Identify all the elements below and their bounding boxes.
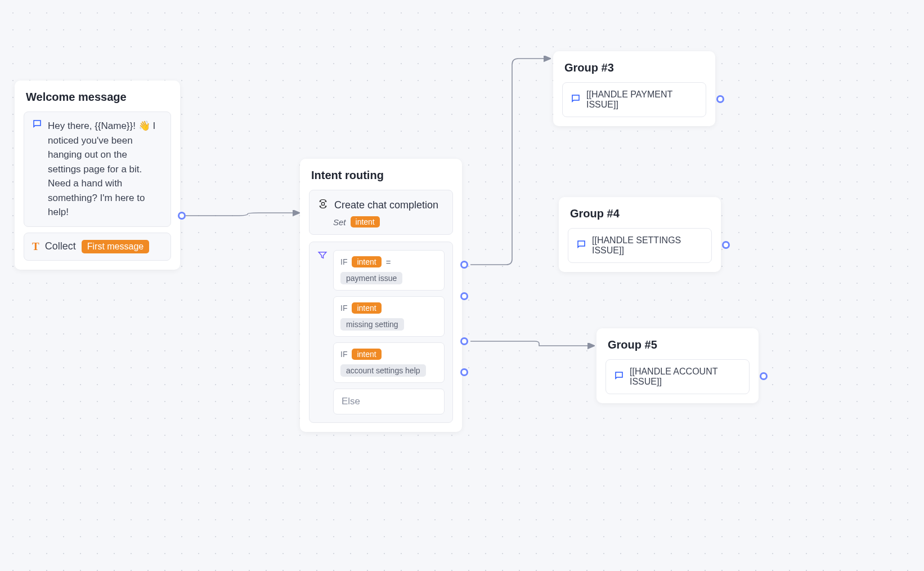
branch-var: intent: [352, 302, 381, 314]
completion-label: Create chat completion: [334, 199, 438, 211]
welcome-card[interactable]: Welcome message Hey there, {{Name}}! 👋 I…: [15, 81, 180, 270]
group4-card[interactable]: Group #4 [[HANDLE SETTINGS ISSUE]]: [559, 197, 721, 272]
filter-icon: [317, 250, 328, 262]
intent-branch2-port[interactable]: [460, 292, 468, 300]
intent-routing-card[interactable]: Intent routing Create chat completion Se…: [300, 159, 462, 432]
branch-var: intent: [352, 256, 381, 267]
group4-output-port[interactable]: [722, 241, 730, 249]
branch-value: account settings help: [340, 364, 426, 377]
branch-account-settings-help[interactable]: IF intent account settings help: [333, 342, 445, 383]
if-keyword: IF: [340, 350, 347, 359]
chat-icon: [32, 119, 42, 131]
group5-output-port[interactable]: [760, 372, 768, 380]
ai-icon: [317, 198, 329, 212]
chat-icon: [576, 239, 586, 252]
branches-block[interactable]: IF intent = payment issue IF intent miss…: [309, 242, 453, 423]
group5-action-text: [[HANDLE ACCOUNT ISSUE]]: [630, 367, 741, 387]
if-keyword: IF: [340, 304, 347, 313]
branch-var: intent: [352, 349, 381, 360]
group4-title: Group #4: [568, 207, 712, 220]
group3-output-port[interactable]: [716, 95, 724, 103]
intent-branch1-port[interactable]: [460, 261, 468, 269]
first-message-chip: First message: [82, 240, 149, 253]
welcome-collect-block[interactable]: T Collect First message: [24, 233, 171, 261]
set-label: Set: [333, 217, 346, 227]
chat-icon: [614, 371, 624, 383]
eq-sign: =: [386, 257, 391, 267]
intent-title: Intent routing: [309, 169, 453, 182]
group3-title: Group #3: [562, 61, 706, 74]
completion-block[interactable]: Create chat completion Set intent: [309, 190, 453, 235]
intent-branch3-port[interactable]: [460, 337, 468, 345]
collect-label: Collect: [45, 240, 76, 252]
group4-action-text: [[HANDLE SETTINGS ISSUE]]: [592, 235, 703, 256]
branch-missing-setting[interactable]: IF intent missing setting: [333, 296, 445, 337]
branch-value: payment issue: [340, 272, 402, 284]
intent-else-port[interactable]: [460, 368, 468, 376]
branch-else[interactable]: Else: [333, 389, 445, 414]
welcome-title: Welcome message: [24, 91, 171, 104]
branch-value: missing setting: [340, 318, 404, 331]
svg-point-0: [321, 202, 324, 205]
welcome-output-port[interactable]: [178, 212, 186, 220]
group5-card[interactable]: Group #5 [[HANDLE ACCOUNT ISSUE]]: [596, 328, 759, 403]
group4-action-block[interactable]: [[HANDLE SETTINGS ISSUE]]: [568, 228, 712, 263]
welcome-message-text: Hey there, {{Name}}! 👋 I noticed you've …: [48, 119, 163, 220]
branch-payment-issue[interactable]: IF intent = payment issue: [333, 250, 445, 291]
set-chip: intent: [351, 216, 380, 227]
text-input-icon: T: [32, 240, 39, 253]
if-keyword: IF: [340, 257, 347, 266]
welcome-message-block[interactable]: Hey there, {{Name}}! 👋 I noticed you've …: [24, 111, 171, 227]
group5-title: Group #5: [605, 338, 750, 351]
group3-action-text: [[HANDLE PAYMENT ISSUE]]: [586, 90, 698, 110]
chat-icon: [571, 93, 581, 106]
group3-card[interactable]: Group #3 [[HANDLE PAYMENT ISSUE]]: [553, 51, 715, 126]
group5-action-block[interactable]: [[HANDLE ACCOUNT ISSUE]]: [605, 359, 750, 394]
group3-action-block[interactable]: [[HANDLE PAYMENT ISSUE]]: [562, 82, 706, 117]
